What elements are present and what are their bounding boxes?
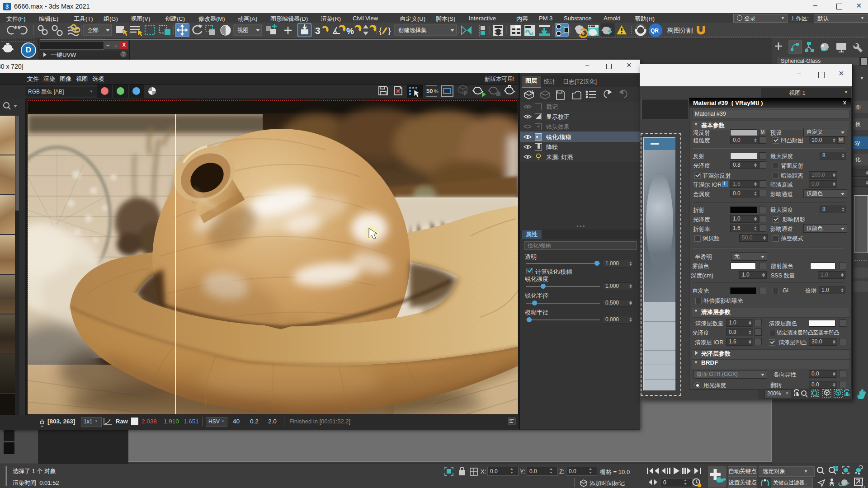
- svg-text:视图: 视图: [237, 27, 249, 33]
- svg-text:3: 3: [315, 25, 321, 36]
- svg-text:构图分割: 构图分割: [667, 27, 693, 34]
- svg-text:}: }: [388, 26, 391, 35]
- svg-text:创建选择集: 创建选择集: [398, 27, 427, 33]
- svg-text:QR: QR: [651, 28, 659, 34]
- svg-text:{: {: [379, 26, 382, 35]
- svg-text:%: %: [434, 89, 439, 94]
- svg-text:%: %: [346, 26, 354, 36]
- svg-text:50: 50: [426, 88, 433, 94]
- svg-text:全部: 全部: [87, 27, 99, 33]
